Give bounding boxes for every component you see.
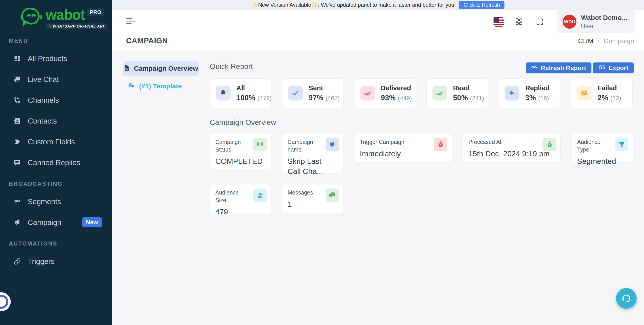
stat-count: (449) bbox=[398, 95, 412, 102]
header: WDU Wabot Demo... User CAMPAIGN CRM › Ca… bbox=[112, 10, 644, 50]
sidebar-item-label: Contacts bbox=[28, 117, 57, 125]
tab-template[interactable]: (#1) Template bbox=[128, 82, 182, 90]
sidebar-item-triggers[interactable]: Triggers bbox=[0, 251, 112, 272]
stat-percent: 97% bbox=[308, 94, 323, 102]
branch-icon bbox=[12, 96, 22, 105]
tab-campaign-overview-label: Campaign Overview bbox=[134, 65, 198, 72]
card-value: 479 bbox=[215, 207, 266, 217]
card-trigger-campaign: Trigger Campaign Immediately bbox=[354, 134, 452, 163]
card-messages: Messages 1 bbox=[282, 184, 344, 213]
label-tag-icon bbox=[12, 137, 22, 147]
sidebar-item-label: Campaign bbox=[28, 218, 61, 227]
funnel-icon bbox=[615, 138, 628, 151]
stat-percent: 3% bbox=[525, 94, 536, 102]
card-value: 15th Dec, 2024 9:19 pm bbox=[468, 149, 555, 159]
card-value: Skrip Last Call Cha... bbox=[288, 156, 326, 177]
canned-reply-icon bbox=[12, 158, 22, 167]
stat-label: Delivered bbox=[381, 84, 412, 92]
sidebar: wabot PRO //WHATSAPP OFFICIAL API MENU A… bbox=[0, 0, 112, 325]
stat-percent: 100% bbox=[236, 94, 255, 102]
stat-percent: 2% bbox=[598, 94, 608, 102]
brand-logo[interactable]: wabot PRO //WHATSAPP OFFICIAL API bbox=[0, 0, 112, 30]
filter-lines-icon bbox=[12, 197, 22, 206]
stat-count: (12) bbox=[610, 95, 621, 102]
sidebar-item-custom-fields[interactable]: Custom Fields bbox=[0, 131, 112, 152]
stat-label: Failed bbox=[598, 84, 621, 92]
stat-percent: 93% bbox=[381, 94, 396, 102]
check-icon bbox=[288, 86, 303, 101]
stat-label: Replied bbox=[525, 84, 550, 92]
card-campaign-status: Campaign Status COMPLETED bbox=[210, 134, 272, 169]
user-name: Wabot Demo... bbox=[581, 14, 627, 22]
ring-icon bbox=[0, 295, 8, 309]
sidebar-nav: MENU All Products Live Chat Channels bbox=[0, 38, 112, 272]
grid-icon bbox=[12, 54, 22, 63]
stat-card-all: All 100%(479) bbox=[210, 78, 272, 108]
cloud-download-icon bbox=[598, 64, 605, 72]
megaphone-icon bbox=[12, 218, 22, 227]
language-flag-icon[interactable] bbox=[494, 17, 504, 27]
tab-campaign-overview[interactable]: Campaign Overview bbox=[123, 61, 198, 76]
nav-section-broadcasting: BROADCASTING bbox=[0, 181, 112, 187]
user-role: User bbox=[581, 23, 627, 30]
tagline-slash-icon: // bbox=[49, 25, 52, 28]
apps-grid-icon[interactable] bbox=[514, 17, 524, 26]
card-campaign-name: Campaign name Skrip Last Call Cha... bbox=[282, 134, 344, 173]
stat-percent: 50% bbox=[453, 94, 468, 102]
sidebar-item-label: All Products bbox=[28, 54, 67, 63]
stat-card-sent: Sent 97%(467) bbox=[282, 78, 344, 108]
double-check-red-icon bbox=[360, 86, 375, 101]
sidebar-item-channels[interactable]: Channels bbox=[0, 90, 112, 111]
person-icon bbox=[253, 188, 267, 202]
failed-bubble-icon bbox=[577, 86, 592, 101]
sidebar-item-canned-replies[interactable]: Canned Replies bbox=[0, 152, 112, 173]
stat-card-replied: Replied 3%(16) bbox=[499, 78, 560, 108]
sidebar-item-segments[interactable]: Segments bbox=[0, 191, 112, 212]
nav-section-menu: MENU bbox=[0, 38, 112, 44]
brand-tagline: //WHATSAPP OFFICIAL API bbox=[46, 24, 107, 29]
campaign-dashboard: wabot PRO //WHATSAPP OFFICIAL API MENU A… bbox=[0, 0, 644, 325]
user-menu[interactable]: WDU Wabot Demo... User bbox=[557, 10, 634, 33]
stat-label: Read bbox=[453, 84, 484, 92]
breadcrumb-current: Campaign bbox=[604, 37, 634, 45]
campaign-overview-title: Campaign Overview bbox=[210, 118, 276, 127]
fullscreen-icon[interactable] bbox=[535, 17, 544, 26]
refresh-page-button[interactable]: Click to Refresh bbox=[459, 1, 504, 9]
report-doc-icon bbox=[123, 65, 130, 73]
support-chat-button[interactable] bbox=[616, 288, 636, 309]
stat-count: (467) bbox=[326, 95, 340, 102]
nav-section-automations: AUTOMATIONS bbox=[0, 240, 112, 247]
card-audience-size: Audience Size 479 bbox=[210, 184, 272, 213]
hamburger-menu-icon[interactable] bbox=[126, 18, 136, 26]
sidebar-item-live-chat[interactable]: Live Chat bbox=[0, 69, 112, 90]
sidebar-item-label: Custom Fields bbox=[28, 138, 75, 146]
card-label: Processed At bbox=[468, 138, 555, 146]
template-chat-icon bbox=[128, 82, 136, 90]
card-value: COMPLETED bbox=[215, 156, 266, 167]
tab-template-label: (#1) Template bbox=[139, 82, 182, 90]
stat-card-delivered: Delivered 93%(449) bbox=[354, 78, 416, 108]
breadcrumb: CRM › Campaign bbox=[578, 37, 634, 45]
export-label: Export bbox=[608, 65, 628, 72]
stat-count: (479) bbox=[258, 95, 272, 102]
stat-label: All bbox=[236, 84, 272, 92]
timer-icon bbox=[542, 138, 556, 151]
address-book-icon bbox=[12, 116, 22, 126]
chevron-right-icon: › bbox=[598, 37, 600, 45]
sidebar-item-label: Triggers bbox=[28, 257, 54, 266]
double-check-green-icon bbox=[432, 86, 447, 101]
stat-count: (241) bbox=[470, 95, 484, 102]
sidebar-item-campaign[interactable]: Campaign New bbox=[0, 212, 112, 233]
card-value: Segmented bbox=[577, 156, 628, 167]
sidebar-item-contacts[interactable]: Contacts bbox=[0, 111, 112, 131]
sidebar-item-all-products[interactable]: All Products bbox=[0, 48, 112, 69]
refresh-report-button[interactable]: Refresh Report bbox=[526, 63, 592, 73]
page-title: CAMPAIGN bbox=[126, 36, 168, 45]
broadcast-icon bbox=[253, 138, 267, 151]
chat-bubbles-icon bbox=[326, 188, 339, 202]
stat-card-failed: Failed 2%(12) bbox=[571, 78, 632, 108]
refresh-report-label: Refresh Report bbox=[541, 65, 586, 72]
wabot-bubble-logo-icon bbox=[20, 6, 43, 30]
export-button[interactable]: Export bbox=[593, 63, 634, 73]
breadcrumb-root[interactable]: CRM bbox=[578, 37, 594, 45]
